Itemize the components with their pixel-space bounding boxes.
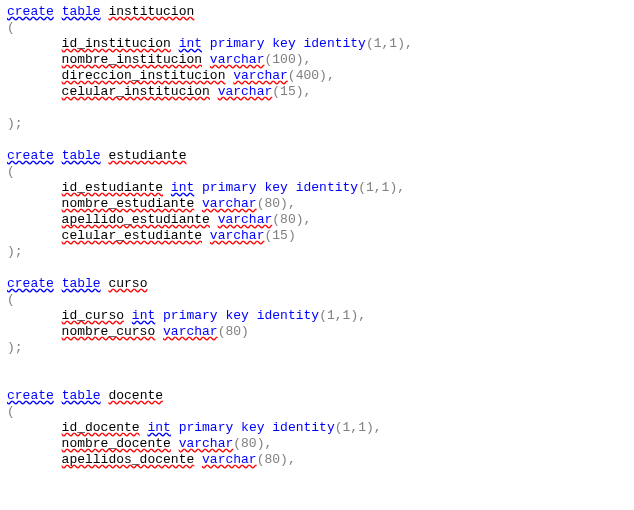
code-token: [54, 276, 62, 291]
code-token: key: [264, 180, 287, 195]
code-token: [7, 36, 62, 51]
code-token: ),: [366, 420, 382, 435]
code-token: 80: [225, 324, 241, 339]
code-token: table: [62, 148, 101, 163]
code-line: (: [7, 20, 627, 36]
code-token: [7, 52, 62, 67]
code-line: apellido_estudiante varchar(80),: [7, 212, 627, 228]
code-token: curso: [108, 276, 147, 291]
code-token: (: [272, 84, 280, 99]
code-token: (: [335, 420, 343, 435]
code-token: ),: [296, 52, 312, 67]
code-token: [202, 36, 210, 51]
code-token: [54, 388, 62, 403]
code-token: table: [62, 4, 101, 19]
code-token: [210, 212, 218, 227]
code-line: apellidos_docente varchar(80),: [7, 452, 627, 468]
code-token: 1: [358, 420, 366, 435]
code-line: celular_estudiante varchar(15): [7, 228, 627, 244]
code-token: [54, 4, 62, 19]
code-line: id_institucion int primary key identity(…: [7, 36, 627, 52]
code-token: id_institucion: [62, 36, 171, 51]
code-token: 80: [241, 436, 257, 451]
code-line: (: [7, 164, 627, 180]
code-token: [7, 68, 62, 83]
code-line: [7, 132, 627, 148]
code-token: 80: [280, 212, 296, 227]
code-token: estudiante: [108, 148, 186, 163]
code-line: );: [7, 340, 627, 356]
code-token: ),: [296, 84, 312, 99]
code-token: ,: [374, 180, 382, 195]
code-token: id_estudiante: [62, 180, 163, 195]
code-line: [7, 372, 627, 388]
code-token: [171, 436, 179, 451]
code-token: (: [7, 20, 15, 35]
code-token: [7, 84, 62, 99]
code-token: 15: [280, 84, 296, 99]
code-token: nombre_docente: [62, 436, 171, 451]
code-line: (: [7, 292, 627, 308]
code-token: [194, 180, 202, 195]
code-line: [7, 356, 627, 372]
code-token: 1: [327, 308, 335, 323]
code-token: varchar: [218, 84, 273, 99]
code-token: create: [7, 388, 54, 403]
code-token: ),: [389, 180, 405, 195]
code-line: [7, 100, 627, 116]
code-line: );: [7, 244, 627, 260]
code-token: ),: [280, 452, 296, 467]
code-token: (: [288, 68, 296, 83]
code-token: [7, 324, 62, 339]
code-token: [7, 196, 62, 211]
code-token: varchar: [233, 68, 288, 83]
code-line: create table docente: [7, 388, 627, 404]
code-token: primary: [163, 308, 218, 323]
code-token: id_docente: [62, 420, 140, 435]
code-line: nombre_estudiante varchar(80),: [7, 196, 627, 212]
code-token: 15: [272, 228, 288, 243]
code-token: int: [147, 420, 170, 435]
code-token: [54, 148, 62, 163]
code-token: [233, 420, 241, 435]
code-token: docente: [108, 388, 163, 403]
code-token: [249, 308, 257, 323]
code-token: (: [358, 180, 366, 195]
code-token: primary: [202, 180, 257, 195]
code-token: (: [319, 308, 327, 323]
code-line: (: [7, 404, 627, 420]
code-token: key: [241, 420, 264, 435]
code-token: (: [7, 404, 15, 419]
code-token: [288, 180, 296, 195]
code-token: varchar: [163, 324, 218, 339]
code-token: celular_estudiante: [62, 228, 202, 243]
code-token: 80: [264, 196, 280, 211]
code-token: varchar: [179, 436, 234, 451]
code-token: int: [179, 36, 202, 51]
code-token: direccion_institucion: [62, 68, 226, 83]
code-token: [155, 308, 163, 323]
code-token: create: [7, 148, 54, 163]
code-line: create table estudiante: [7, 148, 627, 164]
code-token: identity: [257, 308, 319, 323]
code-token: ),: [397, 36, 413, 51]
code-token: [171, 36, 179, 51]
code-token: ),: [280, 196, 296, 211]
code-token: 100: [272, 52, 295, 67]
code-token: [163, 180, 171, 195]
code-token: 1: [374, 36, 382, 51]
code-token: );: [7, 116, 23, 131]
code-token: ): [288, 228, 296, 243]
code-token: nombre_curso: [62, 324, 156, 339]
code-token: ),: [257, 436, 273, 451]
code-line: );: [7, 116, 627, 132]
code-token: [7, 308, 62, 323]
code-token: (: [366, 36, 374, 51]
code-line: create table institucion: [7, 4, 627, 20]
code-token: key: [225, 308, 248, 323]
code-token: [202, 228, 210, 243]
code-token: create: [7, 276, 54, 291]
code-line: nombre_curso varchar(80): [7, 324, 627, 340]
code-token: [7, 420, 62, 435]
code-token: primary: [210, 36, 265, 51]
